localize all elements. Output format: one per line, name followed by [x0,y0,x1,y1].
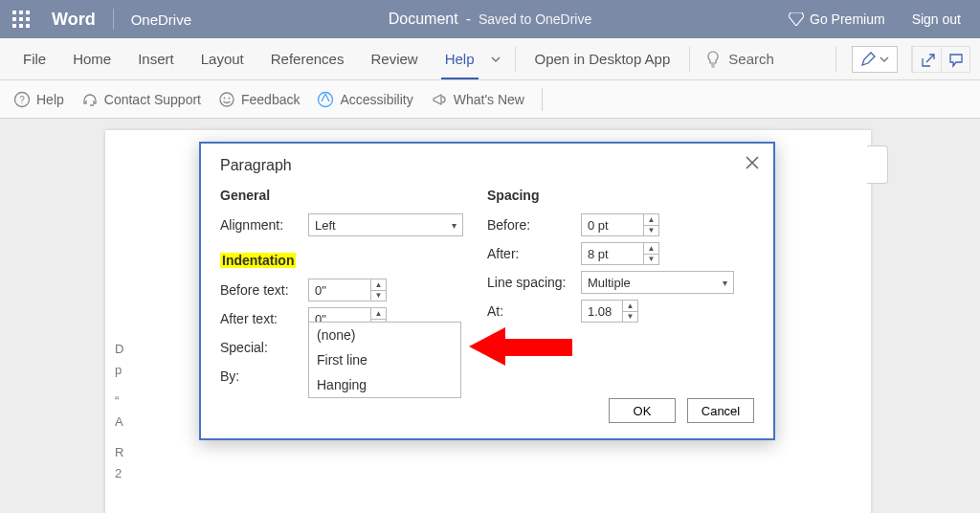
contact-support-button[interactable]: Contact Support [81,91,201,108]
spinner-value: 1.08 [588,304,612,319]
tab-layout[interactable]: Layout [188,38,257,79]
label: OK [634,404,652,418]
spin-down[interactable]: ▼ [644,226,658,236]
dropdown-option-firstline[interactable]: First line [309,347,460,372]
feedback-button[interactable]: Feedback [218,91,300,108]
separator [515,47,516,72]
alignment-label: Alignment: [220,217,308,233]
tab-help[interactable]: Help [432,38,488,79]
svg-rect-1 [19,11,23,14]
indentation-heading: Indentation [220,253,487,268]
svg-rect-3 [12,17,16,21]
chevron-down-icon [880,55,889,64]
tab-label: Help [445,51,475,67]
chevron-down-icon: ▾ [723,278,727,288]
diamond-icon [789,12,804,26]
app-name[interactable]: Word [52,10,96,30]
label: Accessibility [340,92,412,107]
ruler-toggle[interactable] [867,145,888,184]
app-launcher-icon[interactable] [8,6,34,33]
comments-button[interactable] [941,47,969,74]
dialog-close-button[interactable] [745,155,760,170]
document-text-peek: D p “ A R 2 [115,339,123,484]
search-button[interactable]: Search [696,51,784,68]
separator [689,47,690,72]
dash: - [466,11,471,28]
document-name[interactable]: Document [389,11,458,28]
spin-up[interactable]: ▲ [644,214,658,226]
separator [835,47,836,72]
search-label: Search [728,51,774,67]
special-label: Special: [220,340,308,355]
sign-out-link[interactable]: Sign out [912,11,961,27]
spin-down[interactable]: ▼ [623,312,637,323]
ribbon-tabs: File Home Insert Layout References Revie… [0,38,980,80]
label: Feedback [241,92,300,107]
paragraph-dialog: Paragraph General Alignment: Left ▾ Inde… [199,142,775,440]
label: Open in Desktop App [535,51,671,67]
spin-up[interactable]: ▲ [371,308,386,320]
label: Cancel [702,404,740,418]
svg-rect-8 [26,24,30,28]
at-label: At: [487,303,581,319]
text-line: “ [115,390,123,412]
share-button[interactable] [912,47,941,74]
dropdown-option-hanging[interactable]: Hanging [309,372,460,397]
spinner-value: 8 pt [588,247,609,261]
label: Contact Support [104,92,201,107]
svg-point-12 [224,97,226,99]
tab-label: Insert [138,51,174,67]
alignment-select[interactable]: Left ▾ [308,213,463,236]
ok-button[interactable]: OK [609,398,676,423]
spin-up[interactable]: ▲ [371,279,386,291]
by-label: By: [220,368,308,384]
general-heading: General [220,188,487,203]
svg-rect-2 [26,11,30,14]
dropdown-option-none[interactable]: (none) [309,323,460,347]
tab-file[interactable]: File [10,38,59,79]
svg-rect-4 [19,17,23,21]
smile-icon [218,91,235,108]
divider [113,9,114,30]
spin-up[interactable]: ▲ [644,243,658,255]
tab-insert[interactable]: Insert [124,38,188,79]
line-spacing-select[interactable]: Multiple ▾ [581,271,734,294]
after-text-label: After text: [220,311,308,326]
at-spinner[interactable]: 1.08 ▲▼ [581,300,638,323]
open-in-desktop-button[interactable]: Open in Desktop App [522,51,684,67]
before-text-label: Before text: [220,282,308,298]
title-bar: Word OneDrive Document - Saved to OneDri… [0,0,980,38]
spacing-section: Spacing Before: 0 pt ▲▼ After: 8 pt ▲▼ L… [487,188,754,390]
pen-icon [860,52,876,67]
accessibility-button[interactable]: Accessibility [317,91,412,108]
svg-point-11 [220,93,234,106]
tab-home[interactable]: Home [59,38,124,79]
whats-new-button[interactable]: What's New [431,91,524,108]
svg-rect-7 [19,24,23,28]
editing-mode-button[interactable] [852,46,898,73]
spin-down[interactable]: ▼ [371,291,386,301]
help-icon: ? [13,91,31,108]
text-line: p [115,360,123,381]
spinner-value: 0" [315,283,326,298]
spacing-after-spinner[interactable]: 8 pt ▲▼ [581,242,659,265]
spin-down[interactable]: ▼ [644,255,658,265]
help-sub-ribbon: ? Help Contact Support Feedback Accessib… [0,80,980,119]
tab-label: References [271,51,345,67]
go-premium-button[interactable]: Go Premium [789,11,885,27]
headset-icon [81,91,99,108]
after-label: After: [487,246,581,261]
before-text-spinner[interactable]: 0" ▲▼ [308,279,387,301]
svg-rect-6 [12,24,16,28]
tab-review[interactable]: Review [357,38,431,79]
location-label[interactable]: OneDrive [131,11,191,28]
text-line: A [115,412,123,433]
spin-up[interactable]: ▲ [623,301,637,312]
highlighted-text: Indentation [220,253,296,268]
help-button[interactable]: ? Help [13,91,64,108]
spacing-before-spinner[interactable]: 0 pt ▲▼ [581,213,659,236]
separator [542,88,543,111]
tab-references[interactable]: References [257,38,358,79]
cancel-button[interactable]: Cancel [687,398,754,423]
special-dropdown-list: (none) First line Hanging [308,322,461,398]
